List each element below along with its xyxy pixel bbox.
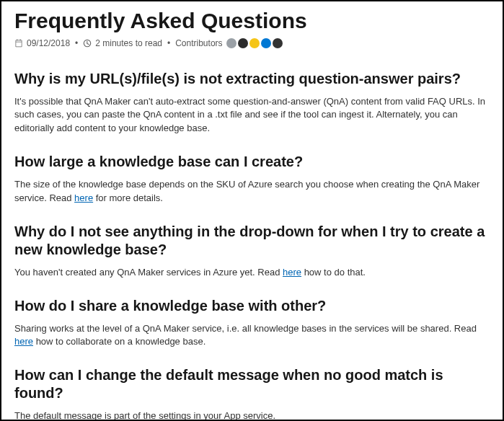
faq-heading: Why is my URL(s)/file(s) is not extracti… [14, 70, 490, 88]
faq-body: The size of the knowledge base depends o… [14, 178, 490, 205]
read-time: 2 minutes to read [95, 38, 162, 48]
faq-section: Why do I not see anything in the drop-do… [14, 223, 490, 280]
body-text: how to do that. [301, 267, 366, 278]
avatar[interactable] [249, 38, 260, 48]
faq-heading: How can I change the default message whe… [14, 366, 490, 402]
doc-link[interactable]: here [74, 192, 93, 203]
faq-body: Sharing works at the level of a QnA Make… [14, 322, 490, 350]
contributors-label: Contributors [175, 38, 222, 48]
faq-body: The default message is part of the setti… [14, 409, 490, 421]
calendar-icon [14, 39, 23, 48]
separator-dot: • [167, 38, 170, 48]
faq-heading: How do I share a knowledge base with oth… [14, 297, 490, 315]
avatar[interactable] [226, 38, 236, 48]
separator-dot: • [75, 38, 78, 48]
avatar[interactable] [238, 38, 248, 48]
avatar[interactable] [261, 38, 271, 48]
faq-heading: How large a knowledge base can I create? [14, 153, 490, 171]
body-text: You haven't created any QnA Maker servic… [14, 267, 283, 278]
faq-section: How do I share a knowledge base with oth… [14, 297, 490, 350]
page-title: Frequently Asked Questions [14, 9, 490, 34]
faq-body: You haven't created any QnA Maker servic… [14, 266, 490, 280]
faq-section: How can I change the default message whe… [14, 366, 490, 421]
avatar[interactable] [273, 38, 283, 48]
body-text: Sharing works at the level of a QnA Make… [14, 323, 477, 334]
body-text: for more details. [93, 192, 163, 203]
article-date: 09/12/2018 [27, 38, 70, 48]
doc-link[interactable]: here [283, 267, 301, 278]
faq-section: How large a knowledge base can I create?… [14, 153, 490, 205]
faq-section: Why is my URL(s)/file(s) is not extracti… [14, 70, 490, 136]
article-meta: 09/12/2018 • 2 minutes to read • Contrib… [14, 38, 490, 48]
contributor-avatars [226, 38, 283, 48]
faq-heading: Why do I not see anything in the drop-do… [14, 223, 490, 259]
doc-link[interactable]: here [14, 336, 33, 347]
faq-body: It's possible that QnA Maker can't auto-… [14, 95, 490, 136]
body-text: how to collaborate on a knowledge base. [33, 336, 205, 347]
clock-icon [83, 39, 92, 48]
